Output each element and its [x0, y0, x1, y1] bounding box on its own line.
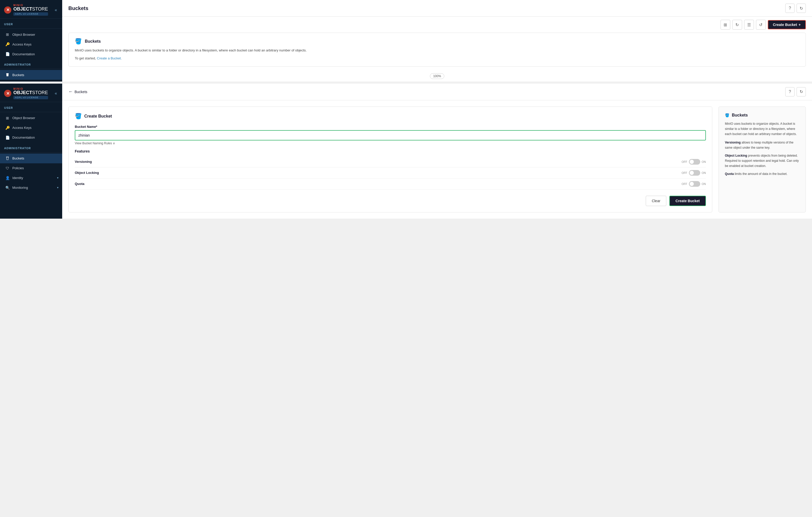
versioning-on: ON — [702, 160, 706, 163]
toolbar: ⊞ ↻ ☰ ↺ Create Bucket + — [62, 17, 812, 33]
sidebar-collapse-button[interactable]: « — [54, 7, 58, 13]
create-bucket-form-title: Create Bucket — [84, 114, 112, 118]
clear-button[interactable]: Clear — [646, 196, 666, 206]
create-bucket-plus: + — [799, 23, 801, 27]
sidebar-item-access-keys-2[interactable]: 🔑 Access Keys — [0, 123, 62, 133]
bucket-form-icon: 🪣 — [75, 113, 82, 119]
logo-x-icon-2: ✕ — [4, 90, 11, 97]
policy-icon: 🛡 — [5, 166, 10, 170]
info-box-title: Buckets — [85, 39, 101, 44]
refresh-button-2[interactable]: ↻ — [796, 87, 806, 97]
sidebar-item-label: Access Keys — [12, 43, 31, 46]
object-locking-toggle[interactable] — [689, 170, 700, 176]
topbar: Buckets ? ↻ — [62, 0, 812, 17]
progress-badge: 100% — [430, 73, 444, 79]
logo-store-2: STORE — [32, 90, 48, 95]
sidebar-item-identity[interactable]: 👤 Identity — [0, 173, 62, 183]
logo-object: OBJECT — [13, 7, 32, 11]
help-button-2[interactable]: ? — [785, 87, 794, 97]
back-nav: ← Buckets ? ↻ — [62, 84, 812, 100]
key-icon: 🔑 — [5, 42, 10, 47]
back-to-buckets-link[interactable]: ← Buckets — [68, 89, 87, 94]
object-locking-label: Object Locking — [75, 171, 99, 175]
identity-icon: 👤 — [5, 176, 10, 180]
create-bucket-label: Create Bucket — [773, 23, 797, 27]
back-label: Buckets — [75, 90, 87, 94]
versioning-row: Versioning OFF ON — [75, 156, 706, 167]
features-section-title: Features — [75, 149, 706, 153]
bucket-name-group: Bucket Name* View Bucket Naming Rules ∨ — [75, 125, 706, 145]
sidebar-item-policies[interactable]: 🛡 Policies — [0, 163, 62, 173]
refresh-button[interactable]: ↻ — [796, 4, 806, 13]
sidebar-item-monitoring[interactable]: 🔍 Monitoring — [0, 183, 62, 193]
view-grid-button[interactable]: ⊞ — [721, 20, 730, 30]
submit-create-bucket-button[interactable]: Create Bucket — [669, 196, 706, 206]
monitoring-icon: 🔍 — [5, 186, 10, 190]
topbar-actions: ? ↻ — [785, 4, 806, 13]
object-locking-row: Object Locking OFF ON — [75, 167, 706, 179]
view-refresh-button[interactable]: ↻ — [732, 20, 742, 30]
back-arrow-icon: ← — [68, 89, 73, 94]
info-panel-bucket-icon: 🪣 — [725, 113, 729, 117]
view-reload-button[interactable]: ↺ — [756, 20, 766, 30]
versioning-off: OFF — [682, 160, 687, 163]
sidebar-item-object-browser[interactable]: ⊞ Object Browser — [0, 30, 62, 39]
logo-x-icon: ✕ — [4, 6, 11, 13]
info-panel-quota: Quota limits the amount of data in the b… — [725, 171, 800, 176]
quota-on: ON — [702, 182, 706, 186]
sidebar-item-buckets-2[interactable]: Buckets — [0, 154, 62, 163]
info-panel-title: Buckets — [732, 113, 748, 117]
grid-icon: ⊞ — [5, 32, 10, 37]
key-icon-2: 🔑 — [5, 126, 10, 130]
info-panel-text: MinIO uses buckets to organize objects. … — [725, 121, 800, 137]
sidebar-item-documentation[interactable]: 📄 Documentation — [0, 49, 62, 59]
logo-license-2: AGPL v3 LICENSE — [13, 96, 48, 99]
sidebar-item-label: Object Browser — [12, 33, 35, 36]
quota-toggle[interactable] — [689, 181, 700, 187]
help-button[interactable]: ? — [785, 4, 794, 13]
logo-store: STORE — [32, 7, 48, 11]
info-panel-versioning: Versioning allows to keep multiple versi… — [725, 140, 800, 151]
user-section-label-2: User — [0, 102, 62, 111]
bucket-icon-2 — [5, 156, 10, 161]
grid-icon-2: ⊞ — [5, 116, 10, 120]
sidebar-item-access-keys[interactable]: 🔑 Access Keys — [0, 39, 62, 49]
view-list-button[interactable]: ☰ — [744, 20, 754, 30]
sidebar-item-object-browser-2[interactable]: ⊞ Object Browser — [0, 113, 62, 123]
buckets-info-box: 🪣 Buckets MinIO uses buckets to organize… — [68, 33, 806, 66]
create-bucket-area: 🪣 Create Bucket Bucket Name* View Bucket… — [62, 100, 812, 219]
locking-on: ON — [702, 171, 706, 174]
create-bucket-info-panel: 🪣 Buckets MinIO uses buckets to organize… — [719, 107, 806, 213]
create-bucket-button[interactable]: Create Bucket + — [768, 20, 806, 29]
sidebar-item-label: Access Keys — [12, 126, 31, 130]
logo-object-2: OBJECT — [13, 90, 32, 95]
create-bucket-form-panel: 🪣 Create Bucket Bucket Name* View Bucket… — [68, 107, 712, 213]
naming-rules-link[interactable]: View Bucket Naming Rules ∨ — [75, 141, 706, 145]
sidebar-item-label: Policies — [12, 166, 24, 170]
info-panel-locking: Object Locking prevents objects from bei… — [725, 153, 800, 169]
bucket-name-label: Bucket Name* — [75, 125, 706, 129]
quota-label: Quota — [75, 182, 85, 186]
sidebar-item-label: Monitoring — [12, 186, 28, 190]
page-title: Buckets — [68, 5, 88, 11]
progress-area: 100% — [62, 72, 812, 82]
info-box-text1: MinIO uses buckets to organize objects. … — [75, 48, 800, 53]
bucket-name-input[interactable] — [75, 130, 706, 140]
create-bucket-link[interactable]: Create a Bucket. — [97, 56, 122, 60]
sidebar-item-label: Buckets — [12, 73, 24, 77]
quota-off: OFF — [682, 182, 687, 186]
sidebar-item-documentation-2[interactable]: 📄 Documentation — [0, 133, 62, 142]
admin-section-label: Administrator — [0, 59, 62, 67]
sidebar-collapse-button-2[interactable]: « — [54, 90, 58, 97]
versioning-label: Versioning — [75, 160, 92, 164]
sidebar-logo-top: ✕ MINIO OBJECT STORE AGPL v3 LICENSE « — [0, 0, 62, 19]
locking-off: OFF — [682, 171, 687, 174]
sidebar-item-label: Documentation — [12, 136, 35, 139]
sidebar-logo-bottom: ✕ MINIO OBJECT STORE AGPL v3 LICENSE « — [0, 84, 62, 102]
bucket-icon — [5, 73, 10, 77]
versioning-toggle[interactable] — [689, 159, 700, 165]
bucket-info-icon: 🪣 — [75, 38, 82, 45]
quota-row: Quota OFF ON — [75, 179, 706, 190]
sidebar-item-label: Object Browser — [12, 116, 35, 120]
sidebar-item-buckets[interactable]: Buckets — [0, 70, 62, 80]
